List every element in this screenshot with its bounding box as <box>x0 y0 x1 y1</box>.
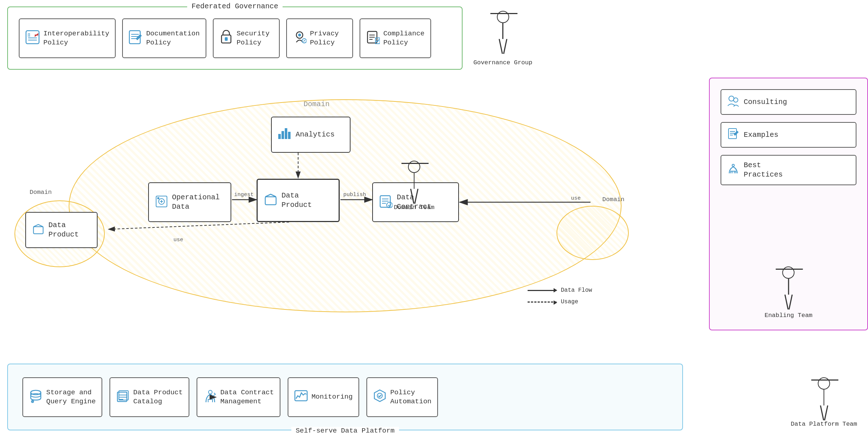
operational-icon <box>155 195 168 209</box>
catalog-label: Data ProductCatalog <box>133 388 183 406</box>
domain-small-left-label: Domain <box>30 189 52 196</box>
domain-team-figure: Domain Team <box>394 161 434 211</box>
platform-team-arms <box>811 379 838 381</box>
svg-rect-65 <box>295 391 307 401</box>
compliance-label: CompliancePolicy <box>383 29 425 47</box>
svg-rect-38 <box>265 197 276 205</box>
analytics-icon <box>278 128 291 142</box>
platform-team-legs <box>820 405 828 421</box>
governance-legs <box>499 39 507 54</box>
enabling-team-label: Enabling Team <box>765 312 813 319</box>
interoperability-icon: 🗄 <box>25 30 40 47</box>
policy-security: SecurityPolicy <box>213 18 280 58</box>
enabling-team-figure: Enabling Team <box>765 266 813 319</box>
best-practices-box: BestPractices <box>721 155 856 185</box>
svg-rect-0 <box>26 31 39 44</box>
monitoring-label: Monitoring <box>311 392 353 402</box>
catalog-box: Data ProductCatalog <box>109 377 189 417</box>
data-product-small-icon <box>33 223 44 237</box>
svg-point-53 <box>732 164 734 166</box>
contract-mgmt-box: Data ContractManagement <box>197 377 280 417</box>
main-container: Federated Governance 🗄 InteroperabilityP… <box>0 0 868 434</box>
operational-data-box: OperationalData <box>148 182 231 222</box>
svg-point-66 <box>377 393 382 398</box>
domain-section: Domain Domain Domain ingest <box>7 78 683 330</box>
governance-figure <box>497 11 509 54</box>
data-flow-legend: Data Flow <box>528 287 592 294</box>
domain-team-arms <box>401 163 429 164</box>
storage-icon <box>29 389 43 405</box>
domain-team-leg-right <box>414 189 418 204</box>
svg-point-64 <box>209 390 212 394</box>
security-label: SecurityPolicy <box>237 29 270 47</box>
policy-documentation: DocumentationPolicy <box>122 18 206 58</box>
platform-team-label: Data Platform Team <box>791 421 857 428</box>
data-flow-line <box>528 290 557 291</box>
storage-box: Storage andQuery Engine <box>22 377 102 417</box>
usage-line <box>528 301 557 303</box>
storage-label: Storage andQuery Engine <box>46 388 96 406</box>
domain-team-leg-left <box>410 189 414 204</box>
governance-group-label: Governance Group <box>473 59 532 66</box>
domain-team-legs <box>410 189 418 204</box>
svg-text:🗄: 🗄 <box>27 33 31 37</box>
contract-mgmt-icon <box>203 389 217 405</box>
compliance-icon <box>366 30 380 47</box>
best-practices-label: BestPractices <box>744 161 783 179</box>
governance-group: Governance Group <box>473 11 532 66</box>
automation-icon <box>373 389 387 405</box>
enabling-leg-left <box>785 295 788 310</box>
monitoring-icon <box>294 389 308 405</box>
data-product-small-box: DataProduct <box>25 212 98 248</box>
governance-policies: 🗄 InteroperabilityPolicy DocumentationPo… <box>8 7 462 69</box>
platform-team-torso <box>824 390 825 405</box>
enabling-torso <box>788 279 789 295</box>
examples-icon <box>727 128 739 142</box>
domain-small-right-label: Domain <box>602 196 624 203</box>
svg-line-15 <box>304 40 305 42</box>
enabling-section: Consulting Examples BestPractices <box>709 78 868 330</box>
governance-title: Federated Governance <box>187 2 283 10</box>
consulting-icon <box>727 95 739 109</box>
data-product-center-icon <box>264 193 277 208</box>
analytics-box: Analytics <box>271 117 351 153</box>
documentation-label: DocumentationPolicy <box>146 29 199 47</box>
enabling-boxes: Consulting Examples BestPractices <box>710 78 867 196</box>
governance-arms <box>490 13 517 14</box>
consulting-box: Consulting <box>721 89 856 115</box>
svg-rect-11 <box>225 37 228 41</box>
svg-rect-45 <box>34 226 43 234</box>
governance-leg-right <box>503 39 507 54</box>
platform-team-figure: Data Platform Team <box>791 377 857 428</box>
usage-legend: Usage <box>528 299 592 305</box>
domain-oval-small-right <box>557 206 629 260</box>
documentation-icon <box>129 30 142 47</box>
governance-torso <box>502 23 503 39</box>
policy-privacy: PrivacyPolicy <box>286 18 353 58</box>
best-practices-icon <box>727 163 739 177</box>
svg-point-47 <box>729 96 734 101</box>
governance-section: Federated Governance 🗄 InteroperabilityP… <box>7 6 463 70</box>
svg-rect-32 <box>282 131 284 139</box>
platform-items: Storage andQuery Engine Data ProductCata… <box>8 364 682 430</box>
usage-label: Usage <box>561 299 578 305</box>
enabling-legs <box>785 295 793 310</box>
automation-label: PolicyAutomation <box>390 388 431 406</box>
policy-interoperability: 🗄 InteroperabilityPolicy <box>19 18 116 58</box>
svg-rect-34 <box>288 132 291 139</box>
platform-title: Self-serve Data Platform <box>291 427 399 434</box>
svg-point-13 <box>298 34 301 36</box>
platform-team-leg-right <box>824 405 828 421</box>
consulting-label: Consulting <box>744 97 787 107</box>
domain-team-torso <box>414 173 415 189</box>
svg-point-48 <box>734 98 738 102</box>
platform-section: Self-serve Data Platform Storage andQuer… <box>7 364 683 430</box>
interoperability-label: InteroperabilityPolicy <box>43 29 109 47</box>
domain-team-label: Domain Team <box>394 204 434 211</box>
data-product-center-label: DataProduct <box>282 191 312 210</box>
analytics-label: Analytics <box>296 130 335 139</box>
operational-label: OperationalData <box>172 193 220 212</box>
data-contract-icon <box>379 195 392 210</box>
security-icon <box>219 30 233 47</box>
monitoring-box: Monitoring <box>288 377 359 417</box>
